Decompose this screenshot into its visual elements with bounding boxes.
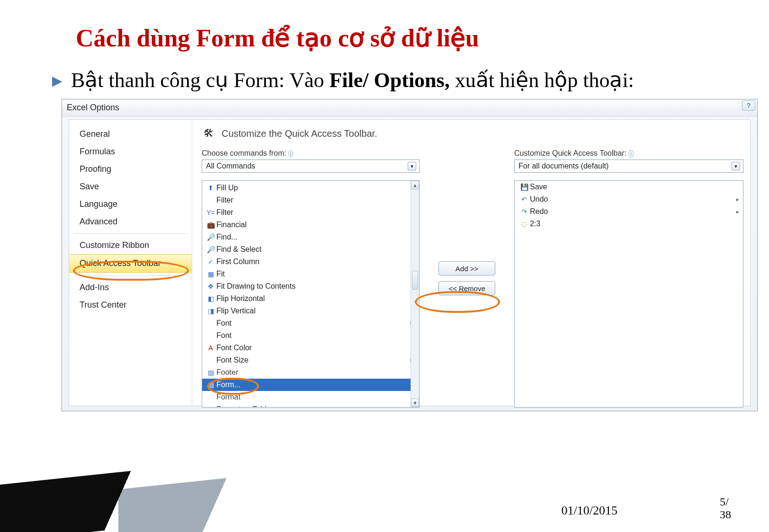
sidebar-item-customize-ribbon[interactable]: Customize Ribbon: [69, 237, 192, 254]
sidebar-item-quick-access-toolbar[interactable]: Quick Access Toolbar: [69, 254, 192, 273]
sidebar-item-general[interactable]: General: [69, 125, 192, 143]
sidebar-item-add-ins[interactable]: Add-Ins: [69, 279, 192, 296]
command-item[interactable]: 💼Financial▸: [202, 219, 419, 231]
bullet-post: xuất hiện hộp thoại:: [450, 69, 634, 92]
command-icon: ◧: [205, 295, 216, 302]
scroll-thumb[interactable]: [412, 271, 418, 290]
footer-page: 5/ 38: [720, 496, 731, 521]
remove-button[interactable]: << Remove: [438, 281, 495, 295]
decoration-slash: [0, 459, 246, 532]
qat-item[interactable]: ◌2:3: [515, 218, 743, 230]
bullet-row: ▶ Bật thanh công cụ Form: Vào File/ Opti…: [52, 66, 722, 94]
command-label: Font Color: [216, 344, 408, 352]
customize-qat-value: For all documents (default): [519, 162, 608, 170]
command-icon: 💼: [205, 221, 216, 229]
command-item[interactable]: Font SizeI▾: [202, 354, 419, 366]
sidebar-item-language[interactable]: Language: [69, 195, 192, 213]
command-icon: 🔎: [205, 233, 216, 241]
customize-qat-dropdown[interactable]: For all documents (default) ▼: [514, 160, 743, 173]
bullet-bold: File/ Options,: [329, 69, 449, 92]
command-item[interactable]: FontI▾: [202, 317, 419, 329]
chevron-down-icon: ▼: [732, 162, 740, 170]
scroll-up-icon[interactable]: ▲: [411, 181, 419, 189]
submenu-arrow-icon: ▸: [736, 196, 739, 203]
qat-item-label: Undo: [530, 195, 736, 204]
command-item[interactable]: Format▸: [202, 391, 419, 403]
command-icon: ▤: [205, 381, 216, 389]
qat-item[interactable]: ↷Redo▸: [515, 205, 743, 218]
sidebar-item-formulas[interactable]: Formulas: [69, 143, 192, 160]
command-icon: ◨: [205, 307, 216, 315]
command-item[interactable]: ✓First Column: [202, 256, 419, 268]
footer-date: 01/10/2015: [562, 504, 617, 518]
command-item[interactable]: ⬆Fill Up: [202, 182, 419, 194]
customize-icon: 🛠: [202, 126, 216, 141]
sidebar-item-trust-center[interactable]: Trust Center: [69, 296, 192, 314]
command-item[interactable]: ▦Format as Table: [202, 403, 419, 408]
command-icon: ▦: [205, 270, 216, 278]
command-item[interactable]: ✥Fit Drawing to Contents≣: [202, 280, 419, 293]
command-item[interactable]: Font▾: [202, 329, 419, 342]
qat-item[interactable]: 💾Save: [515, 181, 743, 193]
dialog-title: Excel Options: [62, 99, 757, 116]
choose-commands-value: All Commands: [206, 162, 255, 170]
command-label: Flip Vertical: [216, 307, 408, 315]
command-label: Financial: [216, 221, 408, 229]
command-item[interactable]: ▦Fit: [202, 268, 419, 280]
qat-item-label: 2:3: [530, 220, 739, 228]
command-label: Find...: [216, 233, 408, 241]
choose-commands-label: Choose commands from:i: [202, 149, 420, 158]
command-label: Font Size: [216, 356, 408, 364]
choose-commands-dropdown[interactable]: All Commands ▼: [202, 160, 420, 173]
command-icon: ⬆: [205, 184, 216, 192]
commands-listbox[interactable]: ⬆Fill UpFilter▾Y=Filter💼Financial▸🔎Find.…: [202, 180, 420, 408]
main-heading: Customize the Quick Access Toolbar.: [222, 128, 377, 139]
command-icon: ▤: [205, 369, 216, 376]
scrollbar[interactable]: ▲ ▼: [411, 181, 419, 407]
command-icon: ✥: [205, 283, 216, 290]
qat-item-icon: 💾: [519, 183, 530, 191]
command-icon: Y=: [205, 209, 216, 216]
command-icon: ✓: [205, 258, 216, 266]
add-button[interactable]: Add >>: [438, 261, 495, 275]
info-icon: i: [628, 150, 634, 158]
scroll-down-icon[interactable]: ▼: [411, 399, 419, 407]
command-label: Footer: [216, 368, 408, 377]
sidebar-item-save[interactable]: Save: [69, 178, 192, 195]
command-icon: ▦: [205, 406, 216, 408]
command-label: Flip Horizontal: [216, 294, 408, 303]
command-label: Form...: [216, 381, 408, 389]
command-label: Format as Table: [216, 405, 408, 408]
qat-item-label: Save: [530, 183, 739, 191]
command-item[interactable]: ▤Footer▸: [202, 366, 419, 379]
command-label: First Column: [216, 257, 408, 266]
submenu-arrow-icon: ▸: [736, 209, 739, 215]
bullet-triangle-icon: ▶: [52, 73, 63, 89]
command-item[interactable]: 🔎Find & Select▸: [202, 243, 419, 256]
help-button[interactable]: ?: [742, 100, 755, 111]
qat-item[interactable]: ↶Undo▸: [515, 193, 743, 205]
command-item[interactable]: Y=Filter: [202, 206, 419, 219]
sidebar-item-advanced[interactable]: Advanced: [69, 213, 192, 231]
command-item[interactable]: Filter▾: [202, 194, 419, 206]
command-label: Fit: [216, 270, 408, 278]
command-item[interactable]: AFont Color▸: [202, 342, 419, 354]
options-main: 🛠 Customize the Quick Access Toolbar. Ch…: [192, 120, 750, 406]
chevron-down-icon: ▼: [408, 162, 416, 170]
qat-listbox[interactable]: 💾Save↶Undo▸↷Redo▸◌2:3: [514, 180, 743, 408]
bullet-pre: Bật thanh công cụ Form: Vào: [71, 69, 329, 92]
command-item[interactable]: ◨Flip Vertical: [202, 305, 419, 317]
command-item[interactable]: ◧Flip Horizontal: [202, 293, 419, 305]
qat-item-icon: ↷: [519, 208, 530, 215]
command-label: Filter: [216, 208, 408, 217]
qat-item-icon: ↶: [519, 195, 530, 203]
command-item[interactable]: 🔎Find...: [202, 231, 419, 243]
command-label: Fill Up: [216, 184, 408, 192]
command-item[interactable]: ▤Form...: [202, 379, 419, 391]
command-icon: 🔎: [205, 246, 216, 253]
sidebar-item-proofing[interactable]: Proofing: [69, 160, 192, 178]
info-icon: i: [288, 150, 294, 158]
command-label: Format: [216, 393, 408, 401]
qat-item-label: Redo: [530, 207, 736, 216]
dialog-screenshot: Excel Options ? GeneralFormulasProofingS…: [62, 99, 758, 411]
